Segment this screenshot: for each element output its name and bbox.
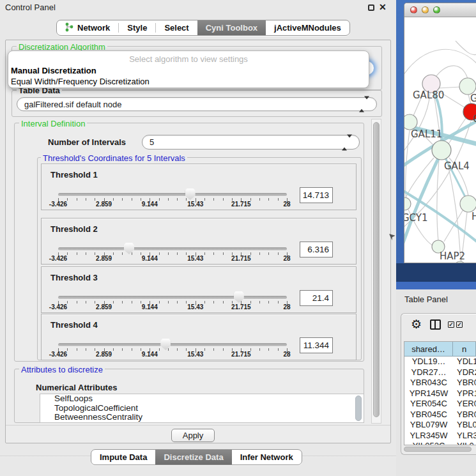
table-row[interactable]: YER054CYER0 bbox=[404, 399, 476, 410]
cell-name[interactable]: YER0 bbox=[453, 399, 476, 410]
dropdown-option-manual[interactable]: Manual Discretization bbox=[11, 66, 96, 75]
close-traffic-light[interactable] bbox=[410, 6, 417, 13]
attribute-list-item[interactable]: BetweennessCentrality bbox=[40, 413, 364, 422]
tab-label: Discretize Data bbox=[164, 452, 223, 462]
network-node-node-h[interactable] bbox=[460, 196, 476, 212]
table-row[interactable]: YLR345WYLR3 bbox=[404, 431, 476, 441]
zoom-traffic-light[interactable] bbox=[433, 6, 440, 13]
cell-name[interactable]: YLR3 bbox=[453, 431, 476, 441]
network-edge[interactable] bbox=[404, 49, 476, 79]
cell-name[interactable]: YBL0 bbox=[453, 420, 476, 431]
network-edge[interactable] bbox=[456, 41, 476, 55]
minimize-traffic-light[interactable] bbox=[422, 6, 429, 13]
cell-shared-name[interactable]: YPR145W bbox=[404, 388, 453, 399]
network-canvas[interactable]: GAL80G.CGAL11GAL4GCY1HHAP2 bbox=[404, 18, 476, 263]
network-edge[interactable] bbox=[444, 210, 463, 242]
columns-icon[interactable] bbox=[430, 319, 441, 330]
table-row[interactable]: YDR27…YDR2 bbox=[404, 367, 476, 378]
cell-shared-name[interactable]: YDL19… bbox=[404, 357, 453, 367]
tab-network[interactable]: Network bbox=[57, 20, 118, 35]
network-edge[interactable] bbox=[437, 160, 439, 241]
num-intervals-value: 5 bbox=[150, 137, 154, 147]
table-row[interactable]: YBL079WYBL0 bbox=[404, 420, 476, 431]
table-data-combobox-value: galFiltered.sif default node bbox=[24, 100, 121, 109]
tick-label: 28 bbox=[283, 255, 290, 262]
cell-name[interactable]: YDL1 bbox=[453, 357, 476, 367]
tab-impute-data[interactable]: Impute Data bbox=[91, 450, 155, 464]
threshold-value-field[interactable]: 21.4 bbox=[300, 290, 333, 306]
table-row[interactable]: YDL19…YDL1 bbox=[404, 357, 476, 367]
cell-name[interactable]: YPR1 bbox=[453, 388, 476, 399]
cell-shared-name[interactable]: YBR045C bbox=[404, 410, 453, 420]
slider-track[interactable] bbox=[58, 247, 287, 250]
tab-select[interactable]: Select bbox=[156, 20, 197, 35]
column-header-name[interactable]: n bbox=[453, 342, 476, 357]
attribute-list-item[interactable]: TopologicalCoefficient bbox=[40, 404, 364, 413]
table-row[interactable]: YPR145WYPR1 bbox=[404, 388, 476, 399]
threshold-value-field[interactable]: 6.316 bbox=[300, 242, 333, 257]
attribute-list-item[interactable]: SelfLoops bbox=[40, 394, 364, 404]
cell-name[interactable]: YBR0 bbox=[453, 378, 476, 388]
cell-shared-name[interactable]: YBR043C bbox=[404, 378, 453, 388]
network-edge-thick[interactable] bbox=[404, 152, 441, 243]
tab-discretize-data[interactable]: Discretize Data bbox=[155, 450, 231, 464]
cell-name[interactable]: YDR2 bbox=[453, 367, 476, 378]
tab-cyni-toolbox[interactable]: Cyni Toolbox bbox=[197, 20, 266, 35]
network-node-GAL4[interactable] bbox=[432, 141, 451, 160]
slider-thumb[interactable] bbox=[234, 291, 244, 303]
cell-shared-name[interactable]: YLR345W bbox=[404, 431, 453, 441]
slider-track[interactable] bbox=[58, 343, 287, 346]
apply-button[interactable]: Apply bbox=[171, 429, 215, 442]
checkbox-select-icon[interactable]: ✓ bbox=[456, 321, 463, 328]
cell-shared-name[interactable]: YIL052C bbox=[404, 441, 453, 445]
attributes-listbox[interactable]: SelfLoopsTopologicalCoefficientBetweenne… bbox=[40, 394, 364, 423]
panel-title: Control Panel bbox=[5, 3, 56, 12]
cell-name[interactable]: YBR0 bbox=[453, 410, 476, 420]
cell-shared-name[interactable]: YBL079W bbox=[404, 420, 453, 431]
panel-vertical-scrollbar[interactable] bbox=[371, 119, 381, 424]
list-scrollbar[interactable] bbox=[355, 395, 362, 421]
network-node-GCY1[interactable] bbox=[404, 197, 411, 210]
top-tabbar: Network Style Select Cyni Toolbox jActiv… bbox=[56, 20, 350, 36]
table-row[interactable]: YIL052CYIL0 bbox=[404, 441, 476, 445]
tab-label: Network bbox=[77, 23, 110, 33]
cell-shared-name[interactable]: YDR27… bbox=[404, 367, 453, 378]
cell-name[interactable]: YIL0 bbox=[453, 441, 476, 445]
table-row[interactable]: YBR045CYBR0 bbox=[404, 410, 476, 420]
checkbox-select-icon[interactable]: ✓ bbox=[448, 321, 454, 328]
dropdown-hint: Select algorithm to view settings bbox=[8, 54, 369, 64]
network-edge[interactable] bbox=[438, 87, 461, 88]
scrollbar-thumb[interactable] bbox=[373, 122, 380, 417]
column-header-shared[interactable]: shared… bbox=[404, 342, 453, 357]
slider-track[interactable] bbox=[58, 296, 287, 299]
tab-infer-network[interactable]: Infer Network bbox=[232, 450, 302, 464]
scrollbar-thumb[interactable] bbox=[404, 447, 472, 452]
tab-style[interactable]: Style bbox=[119, 20, 155, 35]
slider-thumb[interactable] bbox=[160, 339, 171, 350]
network-graph: GAL80G.CGAL11GAL4GCY1HHAP2 bbox=[404, 18, 476, 263]
desktop-band bbox=[396, 282, 476, 289]
num-intervals-combobox[interactable]: 5 bbox=[142, 135, 360, 150]
table-data-combobox[interactable]: galFiltered.sif default node bbox=[17, 97, 377, 111]
tick-label: 15.43 bbox=[187, 201, 203, 208]
slider-thumb[interactable] bbox=[124, 243, 134, 254]
table-horizontal-scrollbar[interactable] bbox=[403, 447, 475, 452]
node-attribute-table[interactable]: shared… n YDL19…YDL1YDR27…YDR2YBR043CYBR… bbox=[404, 341, 476, 445]
tick-label: -3.426 bbox=[49, 201, 67, 208]
gear-icon[interactable]: ⚙ bbox=[411, 317, 422, 332]
tab-jactivemnodules[interactable]: jActiveMNodules bbox=[266, 20, 349, 35]
network-node-GAL11[interactable] bbox=[404, 114, 417, 130]
numerical-attributes-label: Numerical Attributes bbox=[36, 383, 117, 392]
dropdown-option-equal-width[interactable]: Equal Width/Frequency Discretization bbox=[11, 77, 150, 86]
slider-track[interactable] bbox=[58, 193, 287, 196]
network-view-window[interactable]: GAL80G.CGAL11GAL4GCY1HHAP2 bbox=[404, 3, 476, 263]
tick-label: 15.43 bbox=[187, 303, 203, 311]
cell-shared-name[interactable]: YER054C bbox=[404, 399, 453, 410]
threshold-value-field[interactable]: 14.713 bbox=[300, 187, 333, 203]
network-window-titlebar[interactable] bbox=[404, 3, 476, 17]
table-row[interactable]: YBR043CYBR0 bbox=[404, 378, 476, 388]
tick-label: 28 bbox=[283, 351, 290, 358]
threshold-value-field[interactable]: 11.344 bbox=[300, 337, 333, 353]
close-icon[interactable]: ✕ bbox=[379, 2, 387, 12]
float-window-icon[interactable] bbox=[368, 4, 374, 11]
